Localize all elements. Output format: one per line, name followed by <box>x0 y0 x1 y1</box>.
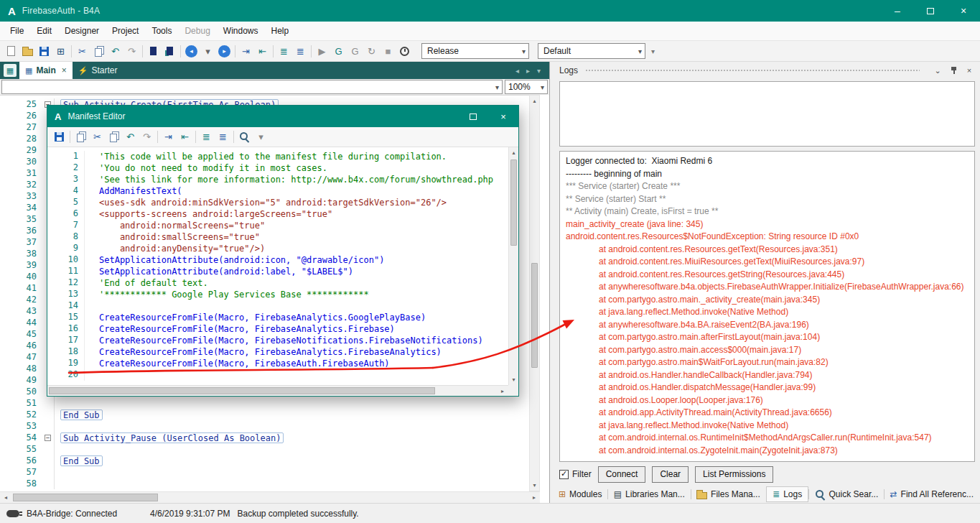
manifest-line-1[interactable]: 1'This code will be applied to the manif… <box>47 151 508 162</box>
scroll-up-icon[interactable]: ▴ <box>530 96 539 106</box>
save-all-icon[interactable]: ⊞ <box>52 43 69 60</box>
editor-line-56[interactable]: 56End Sub <box>0 455 529 466</box>
editor-line-58[interactable]: 58 <box>0 478 529 489</box>
tab-list-icon[interactable]: ▾ <box>537 67 541 75</box>
outdent-icon[interactable]: ⇤ <box>254 43 271 60</box>
manifest-line-16[interactable]: 16CreateResourceFromFile(Macro, Firebase… <box>47 323 508 335</box>
stop-icon[interactable]: ■ <box>380 43 396 60</box>
editor-vertical-scrollbar[interactable]: ▴ ▾ <box>529 95 540 491</box>
pin-icon[interactable] <box>948 65 958 75</box>
menu-debug[interactable]: Debug <box>178 23 216 39</box>
editor-line-57[interactable]: 57 <box>0 466 529 478</box>
dialog-maximize-button[interactable] <box>458 106 488 127</box>
manifest-line-8[interactable]: 8 android:smallScreens="true" <box>47 231 508 243</box>
zoom-selector[interactable]: 100% ▾ <box>505 80 548 94</box>
manifest-line-9[interactable]: 9 android:anyDensity="true"/>) <box>47 243 508 254</box>
build-configuration-dropdown[interactable]: Release ▾ <box>421 43 529 59</box>
dialog-vertical-scrollbar[interactable]: ▴ ▾ <box>508 147 518 385</box>
editor-horizontal-scrollbar[interactable]: ◂ ▸ <box>0 491 540 503</box>
background-compilation-icon[interactable] <box>396 43 413 60</box>
panel-tab-find-all-referenc[interactable]: ⇄Find All Referenc... <box>885 487 979 501</box>
manifest-line-15[interactable]: 15CreateResourceFromFile(Macro, Firebase… <box>47 312 508 323</box>
dialog-title-bar[interactable]: A Manifest Editor × <box>47 106 518 127</box>
comment-icon[interactable]: ≣ <box>198 129 215 145</box>
undo-icon[interactable]: ↶ <box>122 129 139 145</box>
scroll-down-icon[interactable]: ▾ <box>509 374 518 385</box>
panel-tab-modules[interactable]: ⊞Modules <box>553 487 607 501</box>
close-button[interactable]: × <box>947 0 980 22</box>
manifest-line-13[interactable]: 13'************ Google Play Services Bas… <box>47 289 508 300</box>
editor-line-51[interactable]: 51 <box>0 397 529 409</box>
manifest-line-19[interactable]: 19CreateResourceFromFile(Macro, Firebase… <box>47 358 508 369</box>
redo-icon[interactable]: ↷ <box>123 43 140 60</box>
clear-button[interactable]: Clear <box>652 466 689 483</box>
compile-debug-icon[interactable]: G <box>330 43 347 60</box>
scroll-right-icon[interactable]: ▸ <box>497 386 508 396</box>
manifest-line-18[interactable]: 18CreateResourceFromFile(Macro, Firebase… <box>47 346 508 358</box>
panel-tab-files-mana[interactable]: Files Mana... <box>691 487 766 501</box>
dialog-close-button[interactable]: × <box>488 106 518 127</box>
find-icon[interactable] <box>236 129 253 145</box>
tab-close-icon[interactable]: × <box>62 65 67 75</box>
manifest-line-14[interactable]: 14 <box>47 300 508 312</box>
toolbar-options-icon[interactable]: ▾ <box>253 129 269 145</box>
panel-tab-libraries-man[interactable]: ▤Libraries Man... <box>608 487 691 501</box>
scrollbar-track[interactable] <box>47 386 497 396</box>
profile-dropdown[interactable]: Default ▾ <box>538 43 645 59</box>
manifest-line-2[interactable]: 2'You do not need to modify it in most c… <box>47 162 508 174</box>
manifest-line-20[interactable]: 20 <box>47 369 508 381</box>
indent-icon[interactable]: ⇥ <box>238 43 254 60</box>
bookmark-icon[interactable] <box>145 43 162 60</box>
comment-icon[interactable]: ≣ <box>276 43 292 60</box>
scrollbar-track[interactable] <box>11 492 528 503</box>
editor-line-55[interactable]: 55 <box>0 443 529 455</box>
uncomment-icon[interactable]: ≣ <box>292 43 309 60</box>
code-navigator-dropdown[interactable]: ▾ <box>1 80 503 94</box>
bookmark-next-icon[interactable] <box>162 43 178 60</box>
minimize-button[interactable]: – <box>881 0 914 22</box>
scrollbar-thumb[interactable] <box>531 263 538 368</box>
log-output[interactable]: Logger connected to: Xiaomi Redmi 6-----… <box>559 151 975 462</box>
manifest-line-11[interactable]: 11SetApplicationAttribute(android:label,… <box>47 266 508 277</box>
panel-close-icon[interactable]: × <box>964 65 974 75</box>
panel-menu-icon[interactable]: ⌄ <box>933 65 943 75</box>
copy-icon[interactable] <box>106 129 122 145</box>
navigate-forward-icon[interactable] <box>216 43 233 60</box>
manifest-line-4[interactable]: 4AddManifestText( <box>47 185 508 197</box>
panel-tab-quick-sear[interactable]: Quick Sear... <box>809 487 885 502</box>
scroll-down-icon[interactable]: ▾ <box>530 480 539 491</box>
menu-file[interactable]: File <box>4 23 30 39</box>
dialog-horizontal-scrollbar[interactable]: ▸ <box>47 385 508 396</box>
save-icon[interactable] <box>36 43 52 60</box>
tab-scroll-right-icon[interactable]: ▸ <box>526 67 530 75</box>
manifest-line-7[interactable]: 7 android:normalScreens="true" <box>47 220 508 231</box>
scrollbar-thumb[interactable] <box>49 387 435 394</box>
tab-starter[interactable]: ⚡Starter <box>73 62 123 79</box>
manifest-code-editor[interactable]: 1'This code will be applied to the manif… <box>47 147 508 385</box>
toolbar-overflow-icon[interactable]: ▾ <box>651 47 655 55</box>
filter-checkbox[interactable]: ✓ Filter <box>559 469 592 479</box>
compile-release-icon[interactable]: G <box>347 43 363 60</box>
maximize-button[interactable] <box>914 0 947 22</box>
undo-icon[interactable]: ↶ <box>107 43 123 60</box>
scroll-right-icon[interactable]: ▸ <box>528 492 540 503</box>
run-icon[interactable]: ▶ <box>314 43 330 60</box>
list-permissions-button[interactable]: List Permissions <box>695 466 773 483</box>
scroll-up-icon[interactable]: ▴ <box>509 147 518 158</box>
save-icon[interactable] <box>51 129 67 145</box>
editor-line-52[interactable]: 52End Sub <box>0 409 529 420</box>
navigate-back-menu-icon[interactable]: ▾ <box>200 43 216 60</box>
manifest-line-10[interactable]: 10SetApplicationAttribute(android:icon, … <box>47 254 508 266</box>
manifest-line-3[interactable]: 3'See this link for more information: ht… <box>47 174 508 185</box>
connect-button[interactable]: Connect <box>598 466 646 483</box>
scrollbar-track[interactable] <box>509 158 518 374</box>
menu-tools[interactable]: Tools <box>145 23 178 39</box>
cut-icon[interactable]: ✂ <box>89 129 106 145</box>
menu-project[interactable]: Project <box>106 23 145 39</box>
scroll-left-icon[interactable]: ◂ <box>0 492 11 503</box>
manifest-line-17[interactable]: 17CreateResourceFromFile(Macro, Firebase… <box>47 335 508 346</box>
copy-icon[interactable] <box>90 43 107 60</box>
redo-icon[interactable]: ↷ <box>139 129 155 145</box>
clean-project-icon[interactable]: ↻ <box>363 43 380 60</box>
menu-designer[interactable]: Designer <box>58 23 106 39</box>
